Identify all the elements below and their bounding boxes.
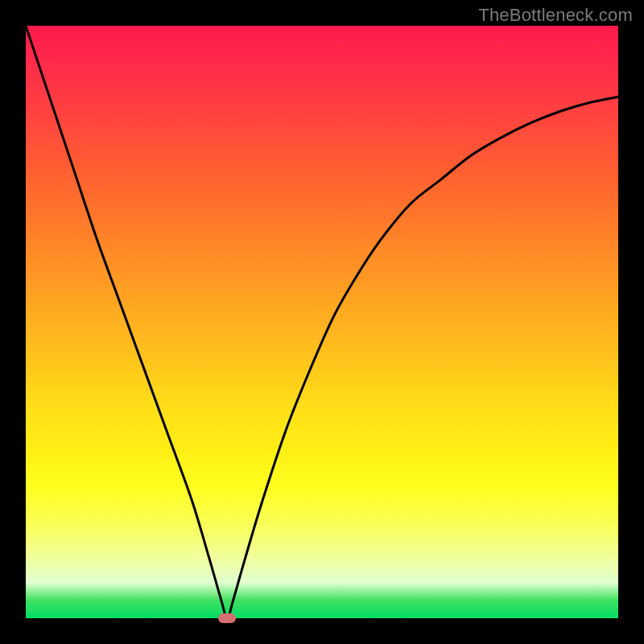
watermark-text: TheBottleneck.com: [478, 5, 633, 26]
chart-container: TheBottleneck.com: [0, 0, 644, 644]
plot-area: [26, 26, 618, 618]
optimal-point-marker: [218, 613, 236, 623]
bottleneck-curve: [26, 26, 618, 618]
